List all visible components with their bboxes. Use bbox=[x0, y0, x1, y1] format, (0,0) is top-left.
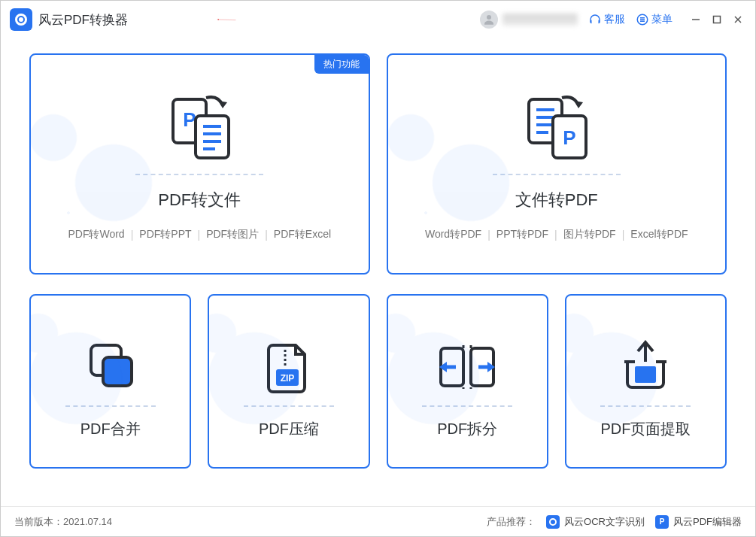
svg-point-44 bbox=[550, 519, 556, 525]
file-to-pdf-sublinks: Word转PDF | PPT转PDF | 图片转PDF | Excel转PDF bbox=[421, 228, 692, 241]
sub-excel-to-pdf[interactable]: Excel转PDF bbox=[627, 228, 691, 241]
sub-pdf-to-ppt[interactable]: PDF转PPT bbox=[135, 228, 195, 241]
card-extract[interactable]: PDF页面提取 bbox=[565, 294, 727, 469]
hot-badge: 热门功能 bbox=[314, 55, 369, 74]
card-compress-title: PDF压缩 bbox=[259, 419, 319, 439]
user-name-blurred bbox=[502, 14, 578, 26]
svg-rect-8 bbox=[714, 17, 721, 23]
menu-icon bbox=[636, 13, 649, 26]
card-merge-title: PDF合并 bbox=[80, 419, 141, 439]
product-ocr-link[interactable]: 风云OCR文字识别 bbox=[546, 515, 645, 529]
user-avatar-icon[interactable] bbox=[480, 11, 498, 29]
card-extract-title: PDF页面提取 bbox=[600, 419, 691, 439]
sub-image-to-pdf[interactable]: 图片转PDF bbox=[560, 228, 620, 241]
pdf-to-file-icon: P bbox=[158, 85, 241, 168]
card-split-title: PDF拆分 bbox=[437, 419, 497, 439]
svg-text:P: P bbox=[563, 126, 575, 149]
product-editor-label: 风云PDF编辑器 bbox=[673, 515, 742, 529]
annotation-arrow-icon bbox=[170, 20, 283, 21]
sub-pdf-to-image[interactable]: PDF转图片 bbox=[202, 228, 263, 241]
main-content: 热门功能 P PDF转文件 PDF转Word | P bbox=[1, 38, 755, 476]
card-pdf-to-file[interactable]: 热门功能 P PDF转文件 PDF转Word | P bbox=[29, 53, 370, 275]
app-title: 风云PDF转换器 bbox=[38, 11, 128, 29]
product-ocr-label: 风云OCR文字识别 bbox=[564, 515, 645, 529]
sub-pdf-to-excel[interactable]: PDF转Excel bbox=[270, 228, 335, 241]
svg-marker-18 bbox=[218, 101, 227, 108]
titlebar: 风云PDF转换器 客服 菜单 bbox=[1, 1, 755, 38]
menu-label: 菜单 bbox=[651, 13, 673, 26]
card-compress[interactable]: ZIP PDF压缩 bbox=[208, 294, 369, 469]
version-label: 当前版本： bbox=[14, 515, 63, 529]
svg-text:ZIP: ZIP bbox=[281, 373, 295, 384]
compress-icon: ZIP bbox=[263, 336, 315, 398]
svg-line-0 bbox=[218, 20, 235, 20]
minimize-button[interactable] bbox=[688, 11, 704, 28]
maximize-button[interactable] bbox=[709, 11, 725, 28]
ocr-product-icon bbox=[546, 515, 560, 529]
split-icon bbox=[433, 336, 501, 398]
version-value: 2021.07.14 bbox=[63, 516, 112, 527]
extract-icon bbox=[615, 336, 676, 398]
svg-point-2 bbox=[487, 15, 491, 20]
sub-pdf-to-word[interactable]: PDF转Word bbox=[64, 228, 128, 241]
support-link[interactable]: 客服 bbox=[588, 13, 625, 26]
card-pdf-to-file-title: PDF转文件 bbox=[158, 189, 241, 211]
svg-rect-28 bbox=[103, 357, 132, 386]
menu-link[interactable]: 菜单 bbox=[636, 13, 673, 26]
footer-bar: 当前版本： 2021.07.14 产品推荐： 风云OCR文字识别 P 风云PDF… bbox=[1, 506, 755, 536]
svg-rect-40 bbox=[635, 366, 656, 383]
card-merge[interactable]: PDF合并 bbox=[29, 294, 191, 469]
sub-ppt-to-pdf[interactable]: PPT转PDF bbox=[493, 228, 552, 241]
pdf-to-file-sublinks: PDF转Word | PDF转PPT | PDF转图片 | PDF转Excel bbox=[64, 228, 335, 241]
support-label: 客服 bbox=[604, 13, 625, 26]
editor-product-icon: P bbox=[655, 515, 669, 529]
merge-icon bbox=[80, 336, 141, 398]
file-to-pdf-icon: P bbox=[515, 85, 598, 168]
card-file-to-pdf[interactable]: P 文件转PDF Word转PDF | PPT转PDF | 图片转PDF | E… bbox=[387, 53, 727, 275]
svg-marker-26 bbox=[574, 101, 583, 108]
card-file-to-pdf-title: 文件转PDF bbox=[515, 189, 598, 211]
close-button[interactable] bbox=[730, 11, 746, 28]
recommend-label: 产品推荐： bbox=[487, 515, 536, 529]
svg-rect-13 bbox=[196, 116, 229, 158]
sub-word-to-pdf[interactable]: Word转PDF bbox=[421, 228, 485, 241]
svg-marker-1 bbox=[217, 19, 219, 20]
app-logo-icon bbox=[10, 8, 32, 31]
product-editor-link[interactable]: P 风云PDF编辑器 bbox=[655, 515, 742, 529]
headset-icon bbox=[588, 13, 602, 26]
card-split[interactable]: PDF拆分 bbox=[387, 294, 548, 469]
